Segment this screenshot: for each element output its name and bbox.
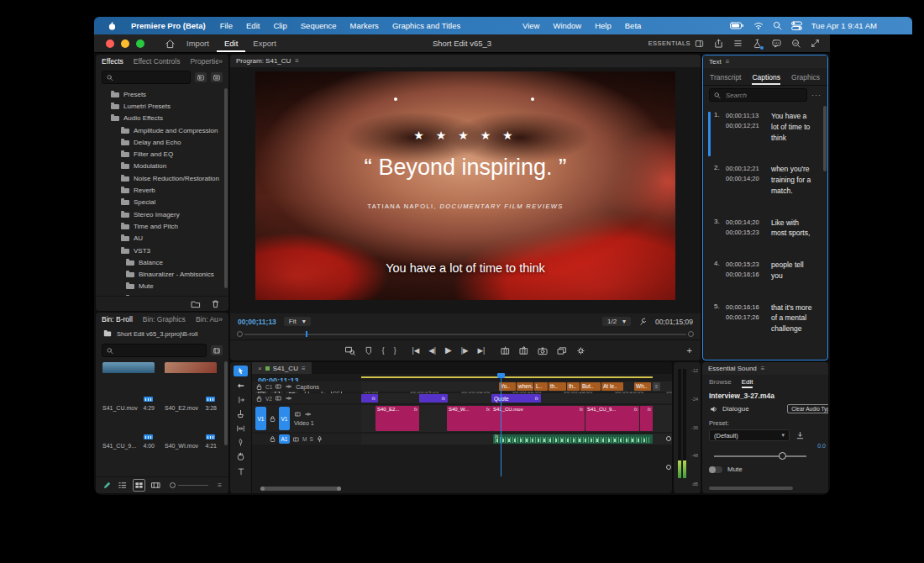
filmstrip-view-icon[interactable] bbox=[151, 481, 160, 490]
spotlight-icon[interactable] bbox=[773, 21, 782, 30]
track-height-knob[interactable] bbox=[666, 465, 671, 470]
scrub-playhead[interactable] bbox=[306, 331, 307, 337]
bin-scrollbar[interactable] bbox=[224, 361, 228, 445]
effects-tree-item[interactable]: Panner - Ambisonics bbox=[96, 292, 228, 296]
effects-tree-item[interactable]: Stereo Imagery bbox=[96, 208, 228, 220]
source-patch-v1[interactable]: V1 bbox=[255, 407, 266, 430]
effects-tree-item[interactable]: Audio Effects bbox=[96, 113, 228, 124]
bin-clip-name[interactable]: S41_CU.mov bbox=[102, 405, 138, 411]
chevron-icon[interactable] bbox=[113, 139, 118, 145]
button-editor-plus[interactable]: + bbox=[687, 345, 692, 355]
bin-clip-thumbnail[interactable] bbox=[102, 413, 155, 441]
chevron-icon[interactable] bbox=[113, 176, 118, 182]
bin-clip-name[interactable]: S40_WI.mov bbox=[165, 443, 198, 449]
scrub-end-knob[interactable] bbox=[688, 331, 694, 337]
effects-scrollbar[interactable] bbox=[224, 88, 228, 288]
caption-row[interactable]: 4. 00;00;15;2300;00;16;16 people tell yo… bbox=[708, 260, 824, 282]
chevron-icon[interactable] bbox=[102, 103, 108, 109]
bin-search-field[interactable] bbox=[117, 346, 202, 355]
wifi-icon[interactable] bbox=[753, 21, 764, 30]
video-clip[interactable]: S40_W...fx bbox=[447, 406, 491, 431]
track-target-v1[interactable]: V1 bbox=[279, 407, 290, 430]
sync-lock-icon[interactable] bbox=[275, 395, 282, 402]
caption-text[interactable]: that it's more of a mental challenge bbox=[771, 303, 824, 334]
settings-wrench-icon[interactable] bbox=[638, 317, 648, 326]
chevron-icon[interactable] bbox=[113, 163, 118, 169]
bin-search-input[interactable] bbox=[102, 344, 207, 357]
eye-icon[interactable] bbox=[304, 411, 312, 418]
panel-tab[interactable]: Propertie≡ bbox=[190, 57, 218, 66]
text-tab[interactable]: Graphics bbox=[791, 73, 820, 85]
panel-tab[interactable]: Bin: B-roll≡ bbox=[102, 315, 133, 324]
export-frame-icon[interactable] bbox=[538, 346, 548, 355]
effects-tree-item[interactable]: Special bbox=[96, 197, 228, 208]
track-label[interactable]: C1 bbox=[265, 384, 272, 390]
essential-sound-tab[interactable]: Edit bbox=[742, 378, 753, 388]
video-clip[interactable]: S41_CU.movfx bbox=[491, 406, 585, 431]
mute-toggle[interactable]: M bbox=[302, 436, 307, 442]
effects-tree-item[interactable]: Balance bbox=[96, 256, 228, 268]
menu-item[interactable]: Help bbox=[588, 21, 618, 30]
extract-icon[interactable] bbox=[519, 346, 528, 355]
graphic-clip[interactable]: fx bbox=[419, 394, 448, 403]
caption-clip[interactable]: when.. bbox=[517, 382, 533, 391]
video-frame[interactable]: ★ ★ ★ ★ ★ “ Beyond inspiring. ” TATIANA … bbox=[255, 71, 675, 300]
pen-tool[interactable] bbox=[234, 437, 248, 448]
essential-sound-scrollbar[interactable] bbox=[709, 487, 793, 490]
program-scrubber[interactable] bbox=[237, 329, 694, 339]
eye-icon[interactable] bbox=[285, 395, 293, 402]
bin-clip-thumbnail[interactable] bbox=[165, 376, 217, 403]
effects-search-field[interactable] bbox=[117, 73, 186, 82]
selection-tool[interactable] bbox=[234, 366, 248, 376]
scrub-start-knob[interactable] bbox=[237, 331, 243, 337]
essential-sound-title[interactable]: Essential Sound bbox=[708, 365, 757, 372]
bin-clip-thumbnail[interactable] bbox=[165, 413, 217, 441]
track-target-a1[interactable]: A1 bbox=[279, 434, 290, 444]
caption-timecodes[interactable]: 00;00;15;2300;00;16;16 bbox=[726, 260, 771, 282]
video-clip[interactable]: S41_CU_9...fx bbox=[585, 406, 639, 431]
panel-menu-icon[interactable]: ≡ bbox=[761, 365, 765, 372]
battery-icon[interactable] bbox=[730, 20, 744, 31]
mode-tab[interactable]: Export bbox=[245, 34, 283, 52]
mic-icon[interactable] bbox=[316, 435, 323, 444]
audio-clip[interactable]: fx bbox=[493, 434, 653, 444]
playback-resolution-dropdown[interactable]: 1/2▾ bbox=[602, 317, 631, 326]
bin-clip-name[interactable]: S40_E2.mov bbox=[165, 405, 198, 411]
fit-dropdown[interactable]: Fit▾ bbox=[284, 317, 311, 326]
caption-search-input[interactable] bbox=[709, 88, 807, 102]
track-height-knob[interactable] bbox=[666, 436, 671, 441]
effects-tree-item[interactable]: VST3 bbox=[96, 245, 228, 256]
lock-icon[interactable] bbox=[255, 395, 263, 403]
caption-row[interactable]: 1. 00;00;11;1300;00;12;21 You have a lot… bbox=[708, 111, 824, 143]
menu-item[interactable]: Window bbox=[546, 21, 588, 30]
volume-slider[interactable] bbox=[714, 450, 816, 461]
essential-sound-tab[interactable]: Browse bbox=[709, 378, 732, 388]
sync-lock-icon[interactable] bbox=[292, 436, 300, 443]
mark-out-icon[interactable]: } bbox=[394, 347, 396, 355]
panel-tab[interactable]: Bin: Au≡ bbox=[196, 315, 218, 324]
effects-tree-item[interactable]: Reverb bbox=[96, 184, 228, 196]
effects-search-input[interactable] bbox=[102, 71, 191, 84]
tab-overflow-icon[interactable]: » bbox=[218, 57, 223, 66]
menu-item[interactable]: File bbox=[213, 21, 239, 30]
bin-clip[interactable]: S41_CU_9... 4:00 bbox=[102, 413, 155, 449]
caption-row[interactable]: 3. 00;00;14;2000;00;15;23 Like with most… bbox=[708, 218, 824, 239]
chevron-icon[interactable] bbox=[113, 248, 118, 254]
apple-icon[interactable] bbox=[101, 21, 123, 31]
chevron-icon[interactable] bbox=[113, 128, 118, 134]
proxy-toggle-icon[interactable] bbox=[576, 346, 585, 355]
track-select-tool[interactable] bbox=[234, 380, 248, 391]
track-label[interactable]: V2 bbox=[265, 396, 272, 402]
menu-item[interactable]: Clip bbox=[266, 21, 293, 30]
clear-audio-type-button[interactable]: Clear Audio Typ bbox=[787, 404, 828, 413]
menu-item[interactable]: Graphics and Titles bbox=[386, 21, 467, 30]
caption-clip[interactable]: L.. bbox=[534, 382, 548, 391]
effects-tree-item[interactable]: Filter and EQ bbox=[96, 148, 228, 160]
step-forward-icon[interactable]: |▶ bbox=[461, 347, 469, 355]
caption-clip[interactable]: Wh.. bbox=[634, 382, 651, 391]
caption-text[interactable]: when you're training for a match. bbox=[771, 164, 824, 196]
caption-timecodes[interactable]: 00;00;12;2100;00;14;20 bbox=[726, 164, 771, 196]
more-options-icon[interactable]: ··· bbox=[811, 91, 822, 99]
a1-track-lane[interactable]: fx bbox=[361, 434, 672, 445]
control-center-icon[interactable] bbox=[791, 21, 802, 30]
